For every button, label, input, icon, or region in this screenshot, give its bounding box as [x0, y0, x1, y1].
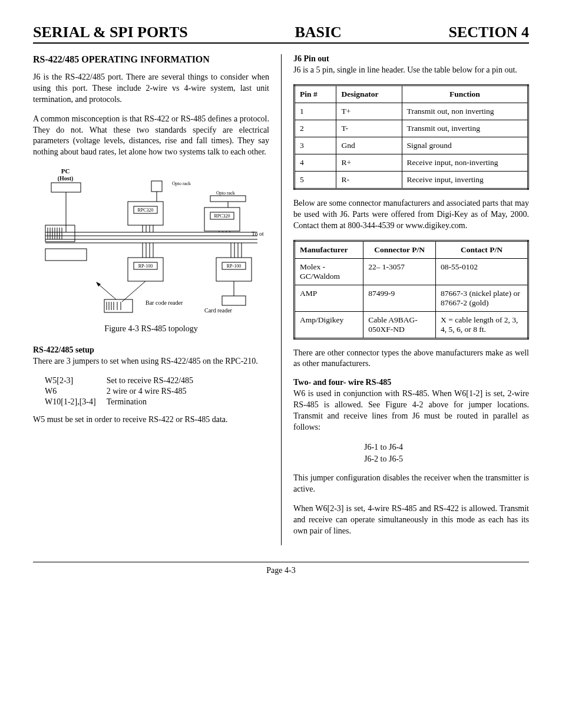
svg-text:Opto rack: Opto rack — [172, 181, 191, 186]
left-column: RS-422/485 OPERATING INFORMATION J6 is t… — [33, 54, 281, 545]
table-row: 2T-Transmit out, inverting — [295, 120, 528, 137]
col-header: Pin # — [295, 85, 336, 103]
svg-text:RPC320: RPC320 — [137, 207, 153, 213]
col-header: Connector P/N — [363, 241, 436, 258]
jumper-table: W5[2-3]Set to receive RS-422/485 W62 wir… — [45, 375, 204, 407]
section-title: RS-422/485 OPERATING INFORMATION — [33, 54, 269, 65]
figure-4-3: PC (Host) Opto rack Opto rack RPC320 RPC… — [33, 166, 269, 319]
svg-text:(Host): (Host) — [57, 175, 73, 182]
paragraph: J6 is the RS-422/485 port. There are sev… — [33, 72, 269, 106]
svg-text:PC: PC — [61, 167, 70, 174]
subhead-setup: RS-422/485 setup — [33, 345, 269, 355]
paragraph: Below are some connector manufacturers a… — [293, 198, 529, 232]
svg-rect-37 — [45, 249, 87, 261]
svg-text:Bar code reader: Bar code reader — [146, 299, 183, 306]
col-header: Manufacturer — [295, 241, 363, 258]
svg-text:Opto rack: Opto rack — [216, 190, 235, 196]
table-row: AMP87499-987667-3 (nickel plate) or 8766… — [295, 285, 528, 311]
table-row: 1T+Transmit out, non inverting — [295, 103, 528, 120]
table-row: 3GndSignal ground — [295, 137, 528, 154]
col-header: Contact P/N — [436, 241, 528, 258]
header-left: SERIAL & SPI PORTS — [33, 24, 188, 41]
svg-rect-62 — [222, 296, 246, 305]
table-row: 5R-Receive input, inverting — [295, 171, 528, 189]
svg-text:RPC320: RPC320 — [214, 213, 230, 219]
subhead-wire: Two- and four- wire RS-485 — [293, 378, 529, 387]
col-header: Designator — [336, 85, 402, 103]
routing-line: J6-2 to J6-5 — [364, 453, 529, 465]
page-header: SERIAL & SPI PORTS BASIC SECTION 4 — [33, 24, 529, 44]
svg-rect-2 — [51, 183, 81, 192]
pinout-table: Pin # Designator Function 1T+Transmit ou… — [293, 84, 529, 190]
paragraph: W6 is used in conjunction with RS-485. W… — [293, 388, 529, 433]
table-row: Amp/DigikeyCable A9BAG-050XF-NDX = cable… — [295, 311, 528, 338]
col-header: Function — [402, 85, 528, 103]
paragraph: There are other connector types the abov… — [293, 348, 529, 370]
figure-caption: Figure 4-3 RS-485 topology — [33, 324, 269, 334]
svg-line-64 — [98, 284, 116, 299]
routing-block: J6-1 to J6-4 J6-2 to J6-5 — [364, 442, 529, 465]
svg-rect-4 — [151, 181, 162, 192]
header-right: SECTION 4 — [448, 24, 529, 41]
rs485-topology-icon: PC (Host) Opto rack Opto rack RPC320 RPC… — [39, 166, 263, 319]
connector-table: Manufacturer Connector P/N Contact P/N M… — [293, 240, 529, 340]
content-columns: RS-422/485 OPERATING INFORMATION J6 is t… — [33, 54, 529, 545]
paragraph: A common misconception is that RS-422 or… — [33, 114, 269, 159]
table-row: W10[1-2],[3-4]Termination — [45, 397, 204, 407]
svg-text:Card reader: Card reader — [204, 307, 233, 314]
paragraph: When W6[2-3] is set, 4-wire RS-485 and R… — [293, 503, 529, 537]
table-row: W5[2-3]Set to receive RS-422/485 — [45, 375, 204, 386]
svg-text:RP-100: RP-100 — [138, 263, 152, 269]
right-column: J6 Pin out J6 is a 5 pin, single in line… — [281, 54, 529, 545]
header-center: BASIC — [295, 24, 341, 41]
svg-rect-53 — [104, 299, 133, 312]
table-row: Molex - GC/Waldom22– 1-305708-55-0102 — [295, 258, 528, 285]
paragraph: This jumper configuration disables the r… — [293, 473, 529, 495]
paragraph: There are 3 jumpers to set when using RS… — [33, 356, 269, 367]
table-row: W62 wire or 4 wire RS-485 — [45, 386, 204, 397]
svg-rect-7 — [210, 196, 246, 202]
routing-line: J6-1 to J6-4 — [364, 442, 529, 453]
page-footer: Page 4-3 — [33, 562, 529, 575]
paragraph: J6 is a 5 pin, single in line header. Us… — [293, 65, 529, 76]
subhead-pinout: J6 Pin out — [293, 54, 529, 64]
paragraph: W5 must be set in order to receive RS-42… — [33, 414, 269, 426]
table-row: 4R+Receive input, non-inverting — [295, 154, 528, 171]
svg-text:RP-100: RP-100 — [226, 263, 240, 269]
svg-line-52 — [122, 281, 146, 302]
